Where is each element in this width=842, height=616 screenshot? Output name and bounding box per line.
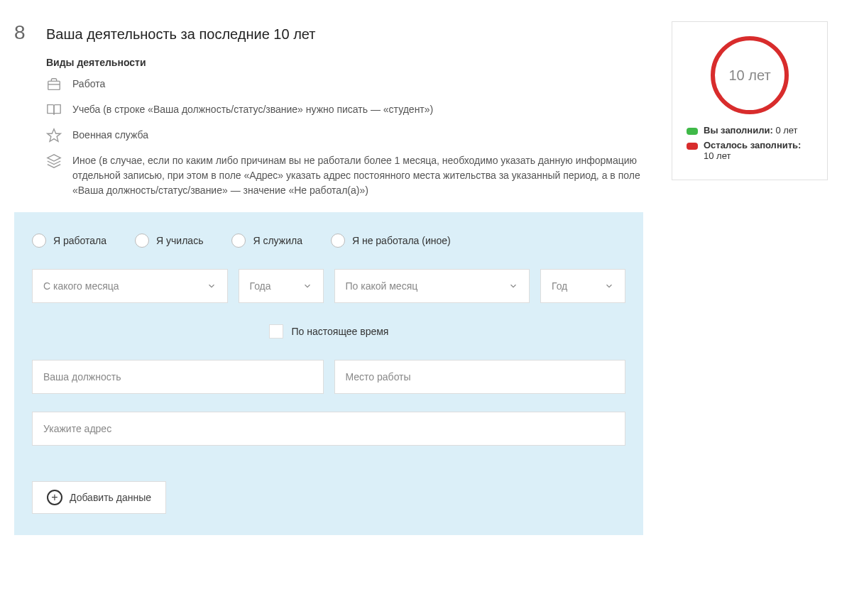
add-button-label: Добавить данные: [70, 492, 151, 503]
star-icon: [46, 128, 62, 143]
workplace-input[interactable]: Место работы: [334, 360, 626, 394]
input-placeholder: Укажите адрес: [43, 423, 111, 434]
radio-label: Я работала: [53, 235, 106, 246]
address-input[interactable]: Укажите адрес: [32, 412, 625, 446]
present-label: По настоящее время: [292, 326, 389, 337]
position-input[interactable]: Ваша должность: [32, 360, 324, 394]
plus-icon: +: [47, 490, 62, 505]
to-year-select[interactable]: Год: [540, 269, 625, 303]
radio-icon: [231, 233, 246, 248]
from-year-select[interactable]: Года: [239, 269, 324, 303]
activity-item-military: Военная служба: [46, 128, 643, 143]
radio-label: Я училась: [156, 235, 203, 246]
radio-icon: [331, 233, 345, 248]
remain-value: 10 лет: [704, 150, 731, 161]
chevron-down-icon: [302, 281, 312, 291]
select-placeholder: По какой месяц: [346, 280, 418, 292]
ring-label: 10 лет: [728, 67, 770, 84]
radio-served[interactable]: Я служила: [231, 233, 302, 248]
legend-dot-green: [687, 128, 698, 135]
subtitle: Виды деятельности: [46, 57, 643, 68]
radio-worked[interactable]: Я работала: [32, 233, 106, 248]
radio-icon: [32, 233, 46, 248]
radio-studied[interactable]: Я училась: [135, 233, 203, 248]
activity-item-work: Работа: [46, 77, 643, 92]
select-placeholder: С какого месяца: [43, 280, 119, 292]
chevron-down-icon: [207, 281, 217, 291]
radio-label: Я служила: [253, 235, 302, 246]
activity-label: Иное (в случае, если по каким либо причи…: [72, 153, 640, 198]
progress-ring: 10 лет: [711, 36, 789, 114]
section-title: Ваша деятельность за последние 10 лет: [46, 26, 315, 43]
chevron-down-icon: [604, 281, 614, 291]
from-month-select[interactable]: С какого месяца: [32, 269, 228, 303]
book-icon: [46, 102, 62, 118]
input-placeholder: Место работы: [346, 371, 411, 383]
activity-item-study: Учеба (в строке «Ваша должность/статус/з…: [46, 102, 643, 118]
layers-icon: [46, 153, 62, 169]
select-placeholder: Года: [250, 280, 271, 292]
briefcase-icon: [46, 77, 62, 92]
activity-type-list: Работа Учеба (в строке «Ваша должность/с…: [46, 77, 643, 198]
filled-value: 0 лет: [773, 125, 798, 136]
activity-item-other: Иное (в случае, если по каким либо причи…: [46, 153, 643, 198]
legend-dot-red: [687, 143, 698, 150]
svg-rect-0: [48, 81, 60, 89]
input-placeholder: Ваша должность: [43, 371, 121, 383]
legend-remaining: Осталось заполнить: 10 лет: [687, 140, 813, 161]
activity-label: Работа: [72, 77, 640, 92]
radio-label: Я не работала (иное): [352, 235, 451, 246]
activity-label: Военная служба: [72, 128, 640, 143]
select-placeholder: Год: [552, 280, 567, 292]
present-checkbox[interactable]: [269, 324, 283, 339]
add-data-button[interactable]: + Добавить данные: [32, 481, 166, 514]
radio-none[interactable]: Я не работала (иное): [331, 233, 451, 248]
activity-label: Учеба (в строке «Ваша должность/статус/з…: [72, 102, 640, 117]
svg-marker-2: [48, 155, 60, 161]
section-number: 8: [14, 21, 35, 44]
remain-label: Осталось заполнить:: [704, 140, 801, 150]
chevron-down-icon: [508, 281, 518, 291]
activity-form: Я работала Я училась Я служила Я не рабо…: [14, 212, 643, 535]
progress-card: 10 лет Вы заполнили: 0 лет Осталось запо…: [672, 21, 828, 180]
radio-icon: [135, 233, 149, 248]
filled-label: Вы заполнили:: [704, 125, 773, 136]
svg-marker-1: [48, 129, 60, 141]
legend-filled: Вы заполнили: 0 лет: [687, 125, 813, 136]
to-month-select[interactable]: По какой месяц: [334, 269, 530, 303]
